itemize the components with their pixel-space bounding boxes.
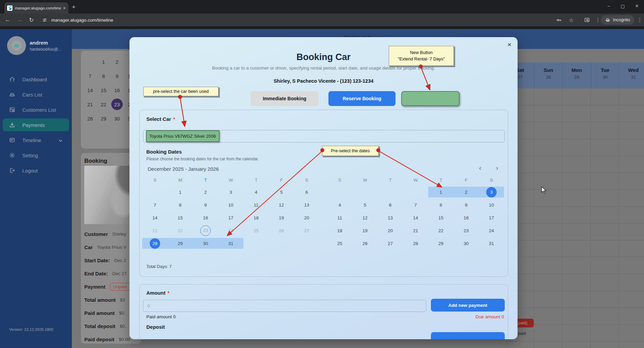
mini-calendar-day[interactable]: 22 <box>97 97 110 111</box>
calendar-day[interactable]: 24 <box>479 224 504 237</box>
calendar-day[interactable]: 13 <box>378 211 403 224</box>
calendar-day[interactable]: 5 <box>269 186 294 198</box>
calendar-day[interactable]: 25 <box>243 224 269 237</box>
calendar-prev-icon[interactable]: ‹ <box>475 164 485 172</box>
calendar-day[interactable]: 7 <box>142 198 168 211</box>
mini-calendar-day[interactable]: 16 <box>110 83 124 97</box>
mini-calendar-day[interactable]: 23 <box>110 97 124 111</box>
calendar-day[interactable]: 10 <box>218 198 243 211</box>
sidebar-item-dashboard[interactable]: Dashboard <box>3 73 69 86</box>
calendar-day[interactable]: 8 <box>428 198 453 211</box>
browser-menu-icon[interactable]: ⋮ <box>637 14 642 26</box>
tab-close-icon[interactable]: × <box>63 5 66 11</box>
calendar-day[interactable]: 17 <box>218 211 243 224</box>
window-maximize-button[interactable]: ▢ <box>616 0 629 12</box>
mini-calendar-day[interactable]: 14 <box>83 83 97 97</box>
mini-calendar-day[interactable]: 21 <box>83 97 97 111</box>
calendar-day[interactable]: 2 <box>453 186 479 198</box>
calendar-day[interactable]: 23 <box>193 224 218 237</box>
calendar-day[interactable]: 14 <box>142 211 168 224</box>
calendar-next-icon[interactable]: › <box>492 164 502 172</box>
calendar-day[interactable]: 25 <box>327 237 352 250</box>
calendar-day[interactable]: 11 <box>243 198 269 211</box>
calendar-day[interactable]: 14 <box>403 211 428 224</box>
calendar-day[interactable]: 21 <box>142 224 168 237</box>
calendar-day[interactable]: 12 <box>269 198 294 211</box>
calendar-day[interactable]: 27 <box>378 237 403 250</box>
calendar-day[interactable]: 2 <box>193 186 218 198</box>
calendar-day[interactable]: 17 <box>479 211 504 224</box>
reserve-booking-button[interactable]: Reserve Booking <box>328 91 396 106</box>
sidebar-item-timeline[interactable]: Timeline <box>3 134 69 146</box>
calendar-day[interactable]: 15 <box>168 211 193 224</box>
mini-calendar-day[interactable]: 15 <box>97 83 110 97</box>
site-settings-icon[interactable] <box>42 14 48 26</box>
calendar-day[interactable]: 20 <box>294 211 319 224</box>
calendar-day[interactable]: 31 <box>218 237 243 250</box>
amount-input[interactable] <box>143 300 426 312</box>
calendar-day[interactable]: 9 <box>193 198 218 211</box>
calendar-day[interactable]: 30 <box>193 237 218 250</box>
calendar-day[interactable]: 1 <box>428 186 453 198</box>
calendar-day[interactable]: 22 <box>428 224 453 237</box>
extend-rental-button[interactable] <box>401 91 460 106</box>
calendar-day[interactable]: 9 <box>453 198 479 211</box>
new-tab-button[interactable]: + <box>72 3 76 11</box>
calendar-day[interactable]: 8 <box>168 198 193 211</box>
calendar-day[interactable]: 28 <box>403 237 428 250</box>
calendar-day[interactable]: 6 <box>294 186 319 198</box>
calendar-day[interactable]: 24 <box>218 224 243 237</box>
calendar-day[interactable]: 18 <box>327 224 352 237</box>
calendar-day[interactable]: 29 <box>428 237 453 250</box>
calendar-day[interactable]: 4 <box>327 198 352 211</box>
mini-calendar-day[interactable]: 2 <box>110 55 124 69</box>
mini-calendar-day[interactable]: 29 <box>97 111 110 126</box>
sidebar-item-logout[interactable]: Logout <box>3 164 69 177</box>
close-icon[interactable]: × <box>507 41 511 49</box>
mini-calendar-day[interactable]: 30 <box>110 111 124 126</box>
forward-button[interactable]: → <box>17 14 23 26</box>
mini-calendar-day[interactable]: 8 <box>97 69 110 83</box>
calendar-day[interactable]: 19 <box>352 224 378 237</box>
calendar-day[interactable]: 29 <box>168 237 193 250</box>
mini-calendar-day[interactable]: 28 <box>83 111 97 126</box>
tab-search-icon[interactable] <box>584 14 590 26</box>
calendar-day[interactable]: 4 <box>243 186 269 198</box>
mini-calendar-day[interactable]: 1 <box>97 55 110 69</box>
calendar-day[interactable]: 20 <box>378 224 403 237</box>
calendar-day[interactable]: 10 <box>479 198 504 211</box>
calendar-day[interactable]: 26 <box>269 224 294 237</box>
calendar-day[interactable]: 7 <box>403 198 428 211</box>
calendar-day[interactable]: 11 <box>327 211 352 224</box>
calendar-day[interactable]: 19 <box>269 211 294 224</box>
calendar-day[interactable]: 26 <box>352 237 378 250</box>
calendar-day[interactable]: 13 <box>294 198 319 211</box>
bookmark-star-icon[interactable]: ☆ <box>569 14 574 26</box>
calendar-day[interactable]: 5 <box>352 198 378 211</box>
calendar-day[interactable]: 12 <box>352 211 378 224</box>
back-button[interactable]: ← <box>5 14 10 26</box>
calendar-day[interactable]: 1 <box>168 186 193 198</box>
calendar-day[interactable]: 30 <box>453 237 479 250</box>
sidebar-item-payments[interactable]: Payments <box>3 118 69 131</box>
reload-button[interactable]: ↻ <box>29 14 34 26</box>
calendar-day[interactable]: 22 <box>168 224 193 237</box>
sidebar-item-setting[interactable]: Setting <box>3 149 69 162</box>
avatar[interactable] <box>7 36 26 55</box>
calendar-day[interactable]: 23 <box>453 224 479 237</box>
mini-calendar-day[interactable]: 7 <box>83 69 97 83</box>
address-bar[interactable]: manager.alugago.com/timeline <box>51 14 113 26</box>
browser-tab[interactable]: manager.alugago.com/timeline × <box>4 2 68 14</box>
calendar-day[interactable]: 18 <box>243 211 269 224</box>
calendar-day[interactable]: 21 <box>403 224 428 237</box>
sidebar-item-cars-list[interactable]: Cars List <box>3 88 69 101</box>
sidebar-item-customers-list[interactable]: Customers List <box>3 103 69 116</box>
window-minimize-button[interactable]: − <box>602 0 615 12</box>
password-key-icon[interactable] <box>556 14 562 26</box>
mini-calendar-day[interactable]: 9 <box>110 69 124 83</box>
immediate-booking-button[interactable]: Immediate Booking <box>251 91 319 106</box>
window-close-button[interactable]: × <box>631 0 643 12</box>
calendar-day[interactable]: 28 <box>142 237 168 250</box>
calendar-day[interactable]: 16 <box>193 211 218 224</box>
calendar-day[interactable]: 31 <box>479 237 504 250</box>
